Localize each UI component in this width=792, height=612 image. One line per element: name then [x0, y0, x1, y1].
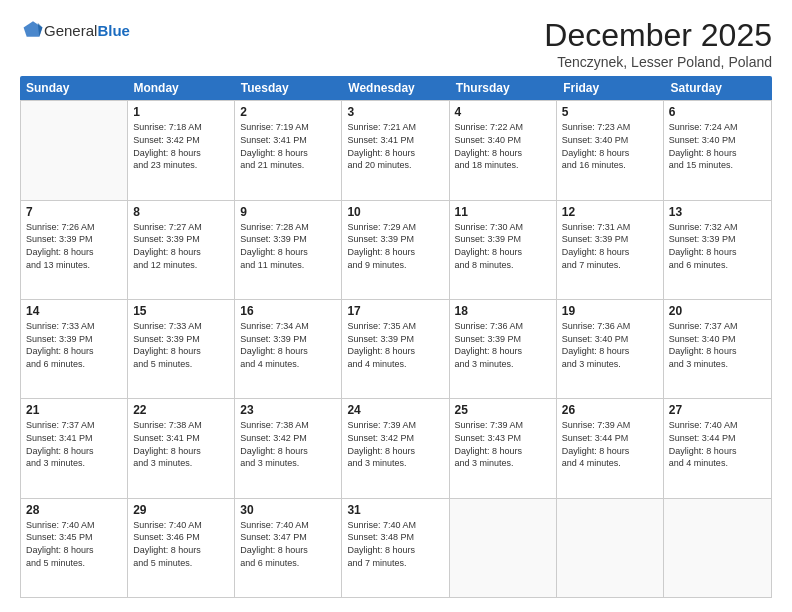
day-header-monday: Monday: [127, 76, 234, 100]
day-cell-19: 19Sunrise: 7:36 AM Sunset: 3:40 PM Dayli…: [557, 300, 664, 398]
cell-info: Sunrise: 7:24 AM Sunset: 3:40 PM Dayligh…: [669, 121, 766, 171]
week-row-1: 1Sunrise: 7:18 AM Sunset: 3:42 PM Daylig…: [21, 100, 771, 199]
calendar-header: SundayMondayTuesdayWednesdayThursdayFrid…: [20, 76, 772, 100]
day-number: 22: [133, 402, 229, 418]
logo: GeneralBlue: [20, 18, 130, 44]
day-number: 16: [240, 303, 336, 319]
day-number: 9: [240, 204, 336, 220]
cell-info: Sunrise: 7:22 AM Sunset: 3:40 PM Dayligh…: [455, 121, 551, 171]
day-cell-14: 14Sunrise: 7:33 AM Sunset: 3:39 PM Dayli…: [21, 300, 128, 398]
day-cell-22: 22Sunrise: 7:38 AM Sunset: 3:41 PM Dayli…: [128, 399, 235, 497]
day-number: 21: [26, 402, 122, 418]
day-number: 23: [240, 402, 336, 418]
day-cell-24: 24Sunrise: 7:39 AM Sunset: 3:42 PM Dayli…: [342, 399, 449, 497]
day-header-saturday: Saturday: [665, 76, 772, 100]
header: GeneralBlue December 2025 Tenczynek, Les…: [20, 18, 772, 70]
day-cell-16: 16Sunrise: 7:34 AM Sunset: 3:39 PM Dayli…: [235, 300, 342, 398]
day-number: 6: [669, 104, 766, 120]
day-header-friday: Friday: [557, 76, 664, 100]
cell-info: Sunrise: 7:35 AM Sunset: 3:39 PM Dayligh…: [347, 320, 443, 370]
day-number: 31: [347, 502, 443, 518]
calendar-body: 1Sunrise: 7:18 AM Sunset: 3:42 PM Daylig…: [20, 100, 772, 598]
day-cell-2: 2Sunrise: 7:19 AM Sunset: 3:41 PM Daylig…: [235, 101, 342, 199]
cell-info: Sunrise: 7:37 AM Sunset: 3:40 PM Dayligh…: [669, 320, 766, 370]
day-cell-23: 23Sunrise: 7:38 AM Sunset: 3:42 PM Dayli…: [235, 399, 342, 497]
day-cell-17: 17Sunrise: 7:35 AM Sunset: 3:39 PM Dayli…: [342, 300, 449, 398]
day-number: 26: [562, 402, 658, 418]
day-number: 24: [347, 402, 443, 418]
cell-info: Sunrise: 7:33 AM Sunset: 3:39 PM Dayligh…: [26, 320, 122, 370]
page: GeneralBlue December 2025 Tenczynek, Les…: [0, 0, 792, 612]
day-number: 17: [347, 303, 443, 319]
day-cell-18: 18Sunrise: 7:36 AM Sunset: 3:39 PM Dayli…: [450, 300, 557, 398]
logo-text: GeneralBlue: [44, 22, 130, 40]
day-number: 14: [26, 303, 122, 319]
day-number: 28: [26, 502, 122, 518]
day-number: 5: [562, 104, 658, 120]
day-number: 20: [669, 303, 766, 319]
day-cell-26: 26Sunrise: 7:39 AM Sunset: 3:44 PM Dayli…: [557, 399, 664, 497]
day-cell-13: 13Sunrise: 7:32 AM Sunset: 3:39 PM Dayli…: [664, 201, 771, 299]
day-number: 25: [455, 402, 551, 418]
day-cell-29: 29Sunrise: 7:40 AM Sunset: 3:46 PM Dayli…: [128, 499, 235, 597]
cell-info: Sunrise: 7:37 AM Sunset: 3:41 PM Dayligh…: [26, 419, 122, 469]
logo-blue: Blue: [97, 22, 130, 39]
day-number: 2: [240, 104, 336, 120]
day-number: 18: [455, 303, 551, 319]
cell-info: Sunrise: 7:18 AM Sunset: 3:42 PM Dayligh…: [133, 121, 229, 171]
day-header-sunday: Sunday: [20, 76, 127, 100]
cell-info: Sunrise: 7:30 AM Sunset: 3:39 PM Dayligh…: [455, 221, 551, 271]
day-number: 10: [347, 204, 443, 220]
day-cell-9: 9Sunrise: 7:28 AM Sunset: 3:39 PM Daylig…: [235, 201, 342, 299]
day-number: 7: [26, 204, 122, 220]
week-row-4: 21Sunrise: 7:37 AM Sunset: 3:41 PM Dayli…: [21, 398, 771, 497]
day-number: 15: [133, 303, 229, 319]
cell-info: Sunrise: 7:39 AM Sunset: 3:44 PM Dayligh…: [562, 419, 658, 469]
day-cell-30: 30Sunrise: 7:40 AM Sunset: 3:47 PM Dayli…: [235, 499, 342, 597]
cell-info: Sunrise: 7:40 AM Sunset: 3:46 PM Dayligh…: [133, 519, 229, 569]
cell-info: Sunrise: 7:36 AM Sunset: 3:40 PM Dayligh…: [562, 320, 658, 370]
day-cell-21: 21Sunrise: 7:37 AM Sunset: 3:41 PM Dayli…: [21, 399, 128, 497]
week-row-5: 28Sunrise: 7:40 AM Sunset: 3:45 PM Dayli…: [21, 498, 771, 597]
cell-info: Sunrise: 7:23 AM Sunset: 3:40 PM Dayligh…: [562, 121, 658, 171]
week-row-3: 14Sunrise: 7:33 AM Sunset: 3:39 PM Dayli…: [21, 299, 771, 398]
cell-info: Sunrise: 7:36 AM Sunset: 3:39 PM Dayligh…: [455, 320, 551, 370]
empty-cell: [450, 499, 557, 597]
day-cell-25: 25Sunrise: 7:39 AM Sunset: 3:43 PM Dayli…: [450, 399, 557, 497]
logo-icon: [22, 18, 44, 40]
day-cell-6: 6Sunrise: 7:24 AM Sunset: 3:40 PM Daylig…: [664, 101, 771, 199]
title-block: December 2025 Tenczynek, Lesser Poland, …: [544, 18, 772, 70]
day-cell-10: 10Sunrise: 7:29 AM Sunset: 3:39 PM Dayli…: [342, 201, 449, 299]
empty-cell: [664, 499, 771, 597]
week-row-2: 7Sunrise: 7:26 AM Sunset: 3:39 PM Daylig…: [21, 200, 771, 299]
day-number: 13: [669, 204, 766, 220]
cell-info: Sunrise: 7:38 AM Sunset: 3:41 PM Dayligh…: [133, 419, 229, 469]
day-cell-11: 11Sunrise: 7:30 AM Sunset: 3:39 PM Dayli…: [450, 201, 557, 299]
day-number: 4: [455, 104, 551, 120]
day-number: 11: [455, 204, 551, 220]
day-cell-20: 20Sunrise: 7:37 AM Sunset: 3:40 PM Dayli…: [664, 300, 771, 398]
day-header-thursday: Thursday: [450, 76, 557, 100]
cell-info: Sunrise: 7:34 AM Sunset: 3:39 PM Dayligh…: [240, 320, 336, 370]
day-cell-27: 27Sunrise: 7:40 AM Sunset: 3:44 PM Dayli…: [664, 399, 771, 497]
cell-info: Sunrise: 7:32 AM Sunset: 3:39 PM Dayligh…: [669, 221, 766, 271]
day-number: 27: [669, 402, 766, 418]
location: Tenczynek, Lesser Poland, Poland: [544, 54, 772, 70]
day-number: 29: [133, 502, 229, 518]
day-cell-3: 3Sunrise: 7:21 AM Sunset: 3:41 PM Daylig…: [342, 101, 449, 199]
day-cell-4: 4Sunrise: 7:22 AM Sunset: 3:40 PM Daylig…: [450, 101, 557, 199]
day-number: 1: [133, 104, 229, 120]
empty-cell: [557, 499, 664, 597]
cell-info: Sunrise: 7:40 AM Sunset: 3:48 PM Dayligh…: [347, 519, 443, 569]
day-cell-28: 28Sunrise: 7:40 AM Sunset: 3:45 PM Dayli…: [21, 499, 128, 597]
day-cell-12: 12Sunrise: 7:31 AM Sunset: 3:39 PM Dayli…: [557, 201, 664, 299]
cell-info: Sunrise: 7:29 AM Sunset: 3:39 PM Dayligh…: [347, 221, 443, 271]
cell-info: Sunrise: 7:40 AM Sunset: 3:45 PM Dayligh…: [26, 519, 122, 569]
empty-cell: [21, 101, 128, 199]
cell-info: Sunrise: 7:39 AM Sunset: 3:43 PM Dayligh…: [455, 419, 551, 469]
day-cell-1: 1Sunrise: 7:18 AM Sunset: 3:42 PM Daylig…: [128, 101, 235, 199]
day-header-wednesday: Wednesday: [342, 76, 449, 100]
day-number: 3: [347, 104, 443, 120]
cell-info: Sunrise: 7:40 AM Sunset: 3:47 PM Dayligh…: [240, 519, 336, 569]
cell-info: Sunrise: 7:21 AM Sunset: 3:41 PM Dayligh…: [347, 121, 443, 171]
